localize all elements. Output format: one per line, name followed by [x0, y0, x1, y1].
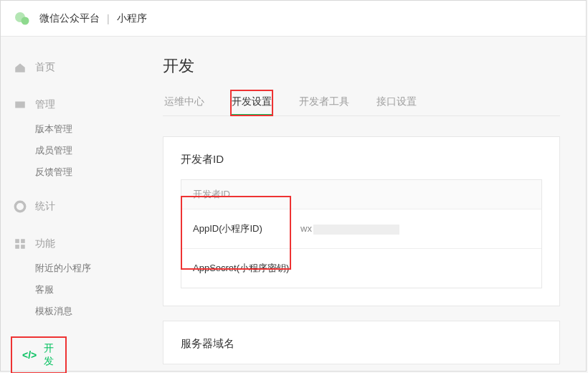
- developer-id-card: 开发者ID 开发者ID AppID(小程序ID) wx AppSecret(小程…: [163, 136, 560, 306]
- sidebar-item-template[interactable]: 模板消息: [35, 301, 137, 322]
- appid-value: wx: [300, 223, 399, 235]
- sidebar-item-members[interactable]: 成员管理: [35, 140, 137, 161]
- card-title: 开发者ID: [181, 153, 542, 166]
- appid-label: AppID(小程序ID): [193, 222, 300, 235]
- table-head: 开发者ID: [181, 180, 541, 209]
- sidebar-item-home[interactable]: 首页: [1, 57, 137, 78]
- sidebar-item-stats[interactable]: 统计: [1, 196, 137, 217]
- code-icon: </>: [22, 349, 37, 361]
- brand-title: 微信公众平台|小程序: [39, 12, 147, 25]
- svg-rect-5: [15, 245, 19, 249]
- row-appid: AppID(小程序ID) wx: [181, 209, 541, 248]
- sidebar-item-nearby[interactable]: 附近的小程序: [35, 258, 137, 279]
- tab-ops[interactable]: 运维中心: [163, 90, 206, 115]
- tab-dev-tools[interactable]: 开发者工具: [298, 90, 351, 115]
- wechat-logo-icon: [14, 10, 31, 27]
- tray-icon: [14, 98, 27, 111]
- sidebar-item-feedback[interactable]: 反馈管理: [35, 161, 137, 183]
- tab-dev-settings[interactable]: 开发设置: [230, 90, 273, 116]
- svg-point-2: [15, 202, 25, 212]
- svg-rect-3: [15, 239, 19, 243]
- tab-api-settings[interactable]: 接口设置: [375, 90, 418, 115]
- main-content: 开发 运维中心 开发设置 开发者工具 接口设置 开发者ID 开发者ID AppI…: [137, 37, 586, 371]
- appsecret-label: AppSecret(小程序密钥): [193, 262, 300, 275]
- sidebar-group-func[interactable]: 功能: [1, 233, 137, 255]
- row-appsecret: AppSecret(小程序密钥): [181, 248, 541, 288]
- sidebar-item-dev[interactable]: </> 开发: [11, 336, 67, 373]
- card-title: 服务器域名: [181, 337, 542, 351]
- server-domain-card: 服务器域名: [163, 321, 560, 364]
- sidebar-group-manage[interactable]: 管理: [1, 94, 137, 115]
- sidebar-item-service[interactable]: 客服: [35, 279, 137, 301]
- grid-icon: [14, 237, 27, 250]
- sidebar-item-version[interactable]: 版本管理: [35, 118, 137, 140]
- sidebar: 首页 管理 版本管理 成员管理 反馈管理 统计 功能 附近的小程序: [1, 37, 137, 371]
- home-icon: [14, 61, 27, 74]
- chart-icon: [14, 200, 27, 213]
- developer-id-table: 开发者ID AppID(小程序ID) wx AppSecret(小程序密钥): [181, 179, 542, 288]
- tabs: 运维中心 开发设置 开发者工具 接口设置: [163, 90, 560, 116]
- page-title: 开发: [163, 55, 560, 77]
- topbar: 微信公众平台|小程序: [1, 1, 586, 37]
- svg-rect-6: [21, 245, 25, 249]
- svg-point-1: [22, 16, 29, 24]
- svg-rect-4: [21, 239, 25, 243]
